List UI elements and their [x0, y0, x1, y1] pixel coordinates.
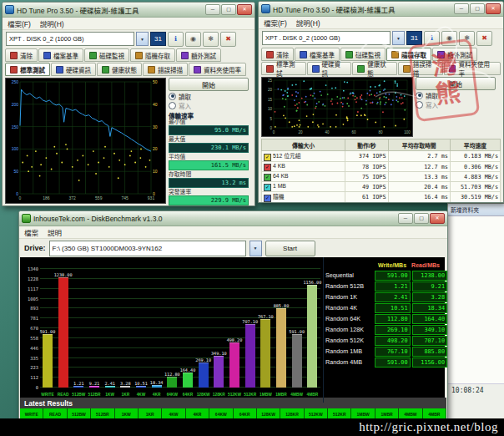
drive-select[interactable]: XPT . DISK 0_2 (1000 GB) — [6, 32, 134, 46]
tab-item[interactable]: 健康狀態 — [97, 63, 142, 76]
write-radio[interactable] — [169, 102, 176, 109]
options-gear-icon[interactable]: ✱ — [203, 32, 219, 47]
svg-text:25: 25 — [268, 79, 273, 83]
screenshot-icon[interactable]: ◉ — [441, 31, 457, 46]
info-icon[interactable]: ℹ — [168, 32, 184, 47]
menu-file[interactable]: 檔案(F) — [264, 18, 287, 28]
random-access-dot — [379, 97, 381, 99]
tab-icon — [89, 52, 97, 59]
tab-item[interactable]: 清除 — [5, 48, 38, 62]
series-checkbox[interactable]: ✓ — [264, 195, 271, 202]
series-checkbox[interactable]: ✓ — [264, 154, 271, 161]
access-time-dot — [72, 166, 73, 168]
random-access-dot — [384, 126, 386, 128]
options-gear-icon[interactable]: ✱ — [459, 31, 475, 46]
random-access-dot — [299, 119, 300, 121]
tab-item[interactable]: 標準測試 — [261, 62, 306, 75]
series-checkbox[interactable]: ✓ — [264, 174, 271, 181]
grid-line — [40, 268, 320, 269]
write-radio[interactable] — [416, 101, 423, 109]
burst-rate-label: 突發速率 — [169, 189, 249, 195]
read-radio[interactable] — [416, 92, 423, 99]
menu-help[interactable]: 說明(H) — [40, 18, 64, 28]
iops-cell: 49 IOPS — [345, 182, 388, 192]
start-button[interactable]: Start — [265, 241, 315, 256]
random-access-dot — [314, 98, 315, 99]
tab-item[interactable]: 磁碟監視 — [84, 48, 129, 62]
tab-item[interactable]: 錯誤掃描 — [143, 63, 188, 76]
close-button[interactable]: ✕ — [486, 3, 501, 14]
menu-help[interactable]: 說明(H) — [296, 18, 320, 28]
minimize-button[interactable]: ─ — [454, 3, 469, 14]
random-access-dot — [320, 91, 321, 93]
tab-item[interactable]: 硬碟資訊 — [51, 63, 96, 76]
random-access-dot — [360, 108, 362, 109]
maximize-button[interactable]: ▢ — [414, 213, 429, 224]
tab-item[interactable]: 資料夾使用率 — [444, 62, 501, 75]
result-label: Random 4K — [325, 304, 373, 312]
exit-icon[interactable]: ✖ — [476, 31, 492, 46]
tab-item[interactable]: 檔案基準 — [38, 48, 83, 62]
desktop: 新增資料夾 10:08:24 HD Tune Pro 3.50 - 硬碟檢測-維… — [0, 0, 504, 436]
title-bar[interactable]: HD Tune Pro 3.50 - 硬碟檢測-維護工具 ─ ▢ ✕ — [259, 2, 503, 17]
access-time-dot — [27, 155, 28, 157]
read-column-header: Read/MBs — [409, 262, 442, 268]
tab-item[interactable]: 資料夾使用率 — [189, 63, 246, 76]
info-icon[interactable]: ℹ — [424, 31, 440, 46]
tab-icon — [56, 66, 63, 74]
chevron-down-icon[interactable]: ▼ — [249, 241, 262, 256]
maximize-button[interactable]: ▢ — [470, 3, 485, 14]
diskbenchmark-window: InhouseTek.com - DiskBenchmark v1.3.0 ─ … — [18, 210, 448, 420]
new-folder-button[interactable]: 新增資料夾 — [448, 204, 504, 216]
tab-item[interactable]: 隨機存取 — [130, 48, 175, 62]
screenshot-icon[interactable]: ◉ — [185, 32, 201, 47]
close-button[interactable]: ✕ — [430, 213, 445, 224]
chevron-down-icon[interactable]: ▼ — [136, 32, 149, 46]
access-time-dot — [40, 164, 42, 165]
menu-file[interactable]: 檔案(F) — [8, 18, 31, 28]
start-button[interactable]: 開始 — [416, 77, 496, 90]
random-access-dot — [350, 92, 351, 94]
tab-item[interactable]: 錯誤掃描 — [398, 62, 443, 75]
start-button[interactable]: 開始 — [169, 78, 249, 91]
tab-item[interactable]: 標準測試 — [5, 63, 50, 76]
title-bar[interactable]: InhouseTek.com - DiskBenchmark v1.3.0 ─ … — [19, 211, 447, 226]
random-access-dot — [289, 121, 290, 123]
title-bar[interactable]: HD Tune Pro 3.50 - 硬碟檢測-維護工具 ─ ▢ ✕ — [3, 3, 255, 18]
tab-icon — [345, 51, 353, 58]
random-access-dot — [343, 97, 345, 99]
minimize-button[interactable]: ─ — [398, 213, 413, 224]
access-time-value: 13.2 ms — [169, 178, 249, 188]
menu-help[interactable]: 說明 — [48, 227, 62, 237]
access-time-dot — [31, 166, 33, 168]
series-checkbox[interactable]: ✓ — [264, 184, 271, 191]
random-access-dot — [331, 88, 333, 89]
random-access-dot — [296, 124, 298, 126]
hdtune-app-icon — [261, 4, 270, 13]
bar-category-label: 512BW — [71, 393, 87, 397]
tab-item[interactable]: 硬碟資訊 — [307, 62, 352, 75]
random-access-dot — [306, 115, 308, 117]
tab-item[interactable]: 健康狀態 — [352, 62, 397, 75]
write-radio-label: 寫入 — [179, 101, 191, 110]
tab-label: 健康狀態 — [367, 59, 392, 78]
menu-file[interactable]: 檔案 — [24, 227, 38, 237]
avg-speed-label: 平均值 — [169, 154, 249, 160]
series-checkbox[interactable]: ✓ — [264, 164, 271, 171]
access-time-dot — [139, 157, 141, 159]
maximize-button[interactable]: ▢ — [221, 4, 236, 15]
chevron-down-icon[interactable]: ▼ — [392, 31, 405, 45]
close-button[interactable]: ✕ — [237, 4, 252, 15]
read-radio[interactable] — [169, 93, 176, 100]
random-access-dot — [295, 91, 297, 93]
tab-item[interactable]: 額外測試 — [176, 48, 221, 62]
random-access-dot — [318, 101, 320, 103]
drive-select[interactable]: XPT . DISK 0_2 (1000 GB) — [262, 31, 391, 45]
bar — [292, 334, 302, 388]
exit-icon[interactable]: ✖ — [220, 32, 236, 47]
minimize-button[interactable]: ─ — [205, 4, 220, 15]
access-time-cell: 16.4 ms — [388, 192, 450, 203]
bar-category-label: 4MBW — [289, 393, 305, 397]
drive-select[interactable]: F:\ (350 GB) ST1000DM003-9YN162 — [49, 241, 246, 256]
tab-label: 隨機存取 — [401, 50, 426, 59]
